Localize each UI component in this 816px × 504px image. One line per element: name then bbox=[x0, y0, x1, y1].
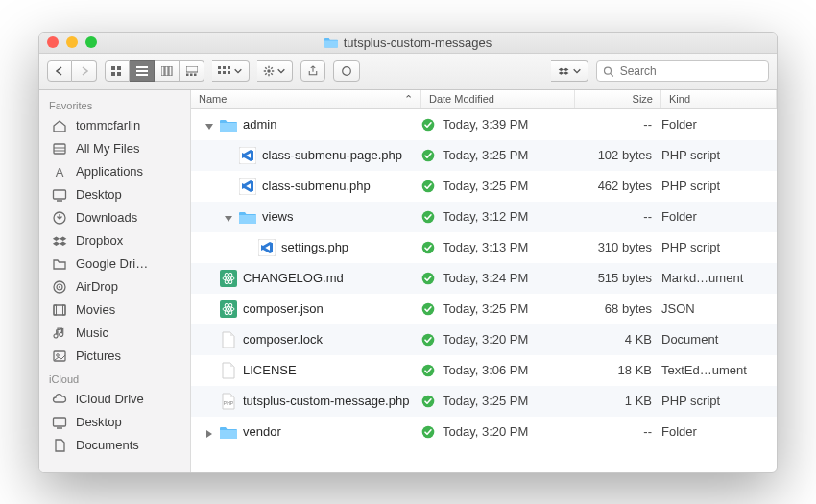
sidebar-item[interactable]: AirDrop bbox=[39, 276, 190, 299]
sidebar-item[interactable]: Applications bbox=[39, 160, 190, 183]
file-row[interactable]: admin Today, 3:39 PM -- Folder bbox=[191, 109, 777, 140]
file-kind: Markd…ument bbox=[661, 271, 777, 285]
file-row[interactable]: settings.php Today, 3:13 PM 310 bytes PH… bbox=[191, 232, 777, 263]
sync-status-icon bbox=[421, 180, 435, 193]
svg-line-50 bbox=[265, 67, 267, 69]
column-name[interactable]: Name⌃ bbox=[191, 90, 421, 108]
file-name: composer.lock bbox=[243, 332, 323, 347]
file-row[interactable]: composer.json Today, 3:25 PM 68 bytes JS… bbox=[191, 294, 777, 324]
folder-icon bbox=[51, 255, 68, 273]
sidebar-item[interactable]: Downloads bbox=[39, 206, 190, 229]
sidebar-item[interactable]: Desktop bbox=[39, 183, 190, 206]
close-button[interactable] bbox=[47, 36, 59, 48]
dropbox-button[interactable] bbox=[551, 60, 588, 82]
file-date: Today, 3:24 PM bbox=[443, 271, 528, 285]
folder-icon bbox=[239, 208, 256, 226]
desktop-icon bbox=[51, 414, 68, 431]
back-button[interactable] bbox=[47, 60, 72, 82]
view-gallery-button[interactable] bbox=[180, 60, 204, 82]
sort-indicator-icon: ⌃ bbox=[404, 93, 413, 106]
sidebar-item-label: Desktop bbox=[76, 415, 122, 429]
column-headers: Name⌃ Date Modified Size Kind bbox=[191, 90, 777, 109]
sidebar-item[interactable]: All My Files bbox=[39, 137, 190, 160]
file-row[interactable]: class-submenu-page.php Today, 3:25 PM 10… bbox=[191, 140, 777, 171]
sidebar-item[interactable]: Pictures bbox=[39, 345, 190, 368]
disclosure-triangle-icon[interactable] bbox=[204, 120, 214, 130]
pictures-icon bbox=[51, 348, 68, 365]
minimize-button[interactable] bbox=[66, 36, 78, 48]
file-date: Today, 3:06 PM bbox=[443, 363, 528, 377]
sidebar-item-label: Downloads bbox=[76, 210, 137, 225]
file-kind: Folder bbox=[661, 424, 777, 439]
share-button[interactable] bbox=[300, 60, 325, 82]
svg-rect-36 bbox=[186, 74, 189, 77]
file-row[interactable]: views Today, 3:12 PM -- Folder bbox=[191, 202, 777, 232]
disclosure-triangle-icon[interactable] bbox=[224, 212, 233, 222]
file-kind: PHP script bbox=[661, 179, 777, 193]
svg-rect-27 bbox=[111, 72, 115, 76]
file-size: 4 KB bbox=[575, 332, 661, 347]
toolbar bbox=[39, 54, 777, 90]
music-icon bbox=[51, 324, 68, 342]
dropbox-icon bbox=[557, 65, 570, 77]
sidebar-item-label: Music bbox=[76, 325, 108, 340]
sidebar-item[interactable]: Dropbox bbox=[39, 229, 190, 252]
sidebar-item[interactable]: Documents bbox=[39, 434, 190, 457]
action-button[interactable] bbox=[257, 60, 293, 82]
column-date[interactable]: Date Modified bbox=[421, 90, 575, 108]
folder-icon bbox=[220, 116, 237, 133]
file-row[interactable]: composer.lock Today, 3:20 PM 4 KB Docume… bbox=[191, 324, 777, 355]
search-input[interactable] bbox=[620, 64, 762, 78]
sidebar-heading: Favorites bbox=[39, 94, 190, 114]
zoom-button[interactable] bbox=[85, 36, 97, 48]
file-date: Today, 3:20 PM bbox=[443, 332, 528, 347]
file-row[interactable]: tutsplus-custom-message.php Today, 3:25 … bbox=[191, 386, 777, 417]
view-icons-button[interactable] bbox=[105, 60, 130, 82]
sidebar-item-label: Applications bbox=[76, 164, 143, 179]
sidebar: FavoritestommcfarlinAll My FilesApplicat… bbox=[39, 90, 191, 472]
file-date: Today, 3:39 PM bbox=[443, 117, 528, 132]
folder-icon bbox=[220, 423, 237, 441]
column-kind[interactable]: Kind bbox=[661, 90, 777, 108]
sidebar-item[interactable]: Music bbox=[39, 322, 190, 345]
sidebar-item[interactable]: Desktop bbox=[39, 411, 190, 434]
file-name: admin bbox=[243, 117, 276, 132]
file-kind: Folder bbox=[661, 117, 777, 132]
file-row[interactable]: CHANGELOG.md Today, 3:24 PM 515 bytes Ma… bbox=[191, 263, 777, 294]
sidebar-item[interactable]: tommcfarlin bbox=[39, 114, 190, 137]
tags-button[interactable] bbox=[333, 60, 360, 82]
disclosure-triangle-icon bbox=[224, 181, 233, 191]
window-title-text: tutsplus-custom-messages bbox=[344, 36, 492, 50]
svg-rect-35 bbox=[186, 66, 198, 72]
disclosure-triangle-icon bbox=[204, 335, 214, 345]
file-row[interactable]: LICENSE Today, 3:06 PM 18 KB TextEd…umen… bbox=[191, 355, 777, 386]
disclosure-triangle-icon[interactable] bbox=[204, 427, 214, 437]
search-field[interactable] bbox=[596, 60, 769, 82]
svg-rect-40 bbox=[223, 66, 226, 69]
file-name: vendor bbox=[243, 424, 281, 439]
view-columns-button[interactable] bbox=[155, 60, 180, 82]
file-row[interactable]: vendor Today, 3:20 PM -- Folder bbox=[191, 417, 777, 447]
file-row[interactable]: class-submenu.php Today, 3:25 PM 462 byt… bbox=[191, 171, 777, 202]
forward-button[interactable] bbox=[72, 60, 97, 82]
sidebar-item[interactable]: Movies bbox=[39, 299, 190, 322]
arrange-button[interactable] bbox=[212, 60, 250, 82]
file-size: -- bbox=[575, 424, 661, 439]
share-icon bbox=[307, 65, 319, 77]
file-rows: admin Today, 3:39 PM -- Folder class-sub… bbox=[191, 109, 777, 472]
svg-line-51 bbox=[271, 73, 273, 75]
sidebar-item[interactable]: Google Dri… bbox=[39, 252, 190, 276]
file-kind: Document bbox=[661, 332, 777, 347]
svg-rect-37 bbox=[190, 74, 193, 77]
view-list-button[interactable] bbox=[130, 60, 155, 82]
sidebar-item-label: Movies bbox=[76, 302, 115, 317]
file-size: -- bbox=[575, 117, 661, 132]
column-size[interactable]: Size bbox=[575, 90, 661, 108]
sync-status-icon bbox=[421, 364, 435, 377]
view-buttons bbox=[105, 60, 204, 82]
svg-rect-39 bbox=[218, 66, 221, 69]
file-name: composer.json bbox=[243, 301, 324, 316]
downloads-icon bbox=[51, 209, 68, 227]
action-group bbox=[257, 60, 293, 82]
sidebar-item[interactable]: iCloud Drive bbox=[39, 388, 190, 411]
